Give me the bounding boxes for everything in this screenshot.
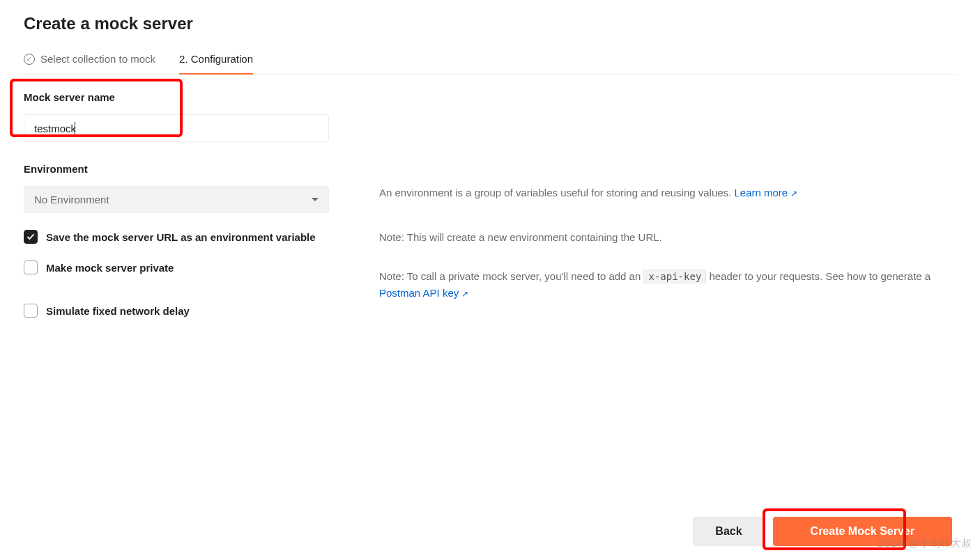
- external-link-icon: ↗: [461, 289, 468, 299]
- env-help-text: An environment is a group of variables u…: [379, 185, 956, 201]
- step-2-label: 2. Configuration: [179, 53, 253, 65]
- save-url-label: Save the mock server URL as an environme…: [46, 231, 316, 243]
- check-icon: [26, 233, 35, 241]
- private-help-mid: header to your requests. See how to gene…: [710, 270, 931, 282]
- environment-label: Environment: [24, 163, 351, 175]
- api-key-code: x-api-key: [643, 270, 706, 283]
- step-1-label: Select collection to mock: [40, 53, 155, 65]
- delay-checkbox[interactable]: [24, 304, 38, 318]
- postman-api-key-label: Postman API key: [379, 287, 459, 299]
- postman-api-key-link[interactable]: Postman API key ↗: [379, 287, 468, 299]
- step-configuration[interactable]: 2. Configuration: [179, 47, 253, 75]
- environment-select[interactable]: No Environment: [24, 186, 329, 213]
- create-mock-server-button[interactable]: Create Mock Server: [773, 517, 952, 546]
- environment-selected-value: No Environment: [34, 194, 109, 205]
- learn-more-label: Learn more: [734, 187, 788, 198]
- mock-name-input[interactable]: testmock: [24, 114, 329, 142]
- private-row: Make mock server private: [24, 260, 351, 274]
- save-url-checkbox[interactable]: [24, 230, 38, 244]
- save-url-row: Save the mock server URL as an environme…: [24, 230, 351, 244]
- mock-name-label: Mock server name: [24, 91, 351, 103]
- back-button[interactable]: Back: [693, 517, 764, 546]
- step-select-collection[interactable]: ✓ Select collection to mock: [24, 47, 155, 75]
- steps-nav: ✓ Select collection to mock 2. Configura…: [24, 47, 956, 75]
- delay-row: Simulate fixed network delay: [24, 304, 351, 318]
- footer-actions: Back Create Mock Server: [693, 517, 952, 546]
- private-help-text: Note: To call a private mock server, you…: [379, 268, 956, 302]
- chevron-down-icon: [312, 198, 319, 201]
- page-title: Create a mock server: [24, 14, 956, 33]
- mock-name-value: testmock: [34, 123, 76, 134]
- private-label: Make mock server private: [46, 262, 174, 274]
- learn-more-link[interactable]: Learn more ↗: [734, 187, 797, 198]
- save-url-help-text: Note: This will create a new environment…: [379, 229, 956, 246]
- private-help-pre: Note: To call a private mock server, you…: [379, 270, 643, 282]
- private-checkbox[interactable]: [24, 260, 38, 274]
- env-help-main: An environment is a group of variables u…: [379, 187, 734, 198]
- check-circle-icon: ✓: [24, 54, 35, 65]
- delay-label: Simulate fixed network delay: [46, 305, 190, 317]
- text-cursor: [75, 122, 75, 134]
- external-link-icon: ↗: [790, 189, 797, 198]
